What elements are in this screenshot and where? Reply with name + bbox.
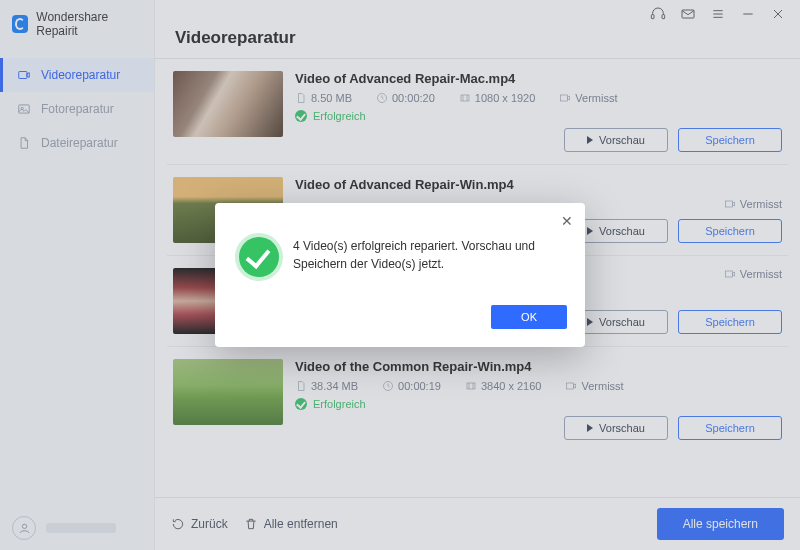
modal-overlay: ✕ 4 Video(s) erfolgreich repariert. Vors… bbox=[0, 0, 800, 550]
modal-close-icon[interactable]: ✕ bbox=[561, 213, 573, 229]
modal-ok-button[interactable]: OK bbox=[491, 305, 567, 329]
success-check-icon bbox=[239, 237, 279, 277]
success-modal: ✕ 4 Video(s) erfolgreich repariert. Vors… bbox=[215, 203, 585, 347]
modal-message: 4 Video(s) erfolgreich repariert. Vorsch… bbox=[293, 237, 561, 273]
